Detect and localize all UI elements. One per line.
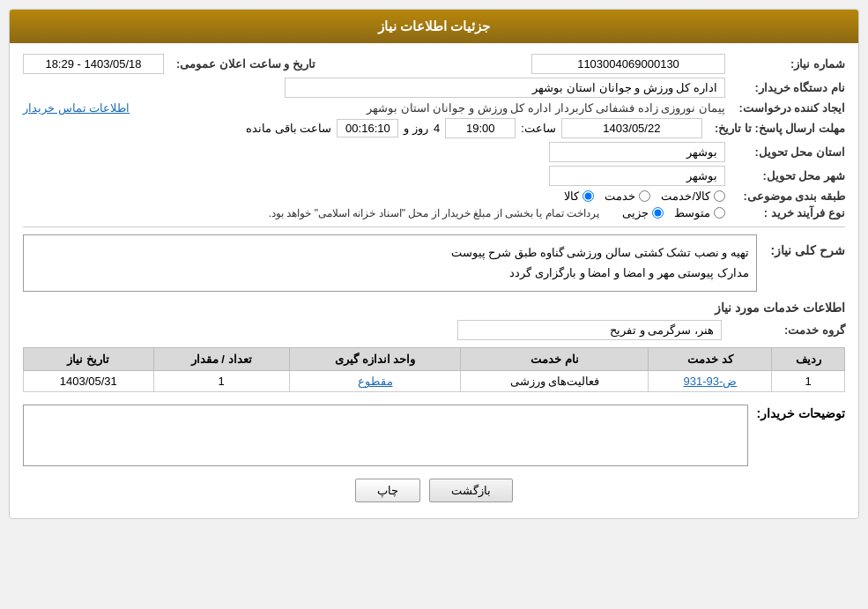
divider-1 xyxy=(23,227,845,227)
table-row: 1 ض-93-931 فعالیت‌های ورزشی مقطوع 1 1403… xyxy=(24,370,845,391)
purchase-option-medium: متوسط xyxy=(674,206,725,219)
col-row-num: ردیف xyxy=(772,347,845,370)
category-radio-goods-service[interactable] xyxy=(714,190,725,202)
purchase-radio-medium[interactable] xyxy=(714,207,725,219)
buyer-desc-box xyxy=(23,405,748,466)
remaining-time: 00:16:10 xyxy=(337,119,398,137)
cell-date: 1403/05/31 xyxy=(24,370,154,391)
buyer-org-label: نام دستگاه خریدار: xyxy=(731,81,845,94)
group-service-value: هنر، سرگرمی و تفریح xyxy=(457,320,722,340)
category-option-goods: کالا xyxy=(564,189,594,203)
cell-name: فعالیت‌های ورزشی xyxy=(461,370,649,391)
group-service-label: گروه خدمت: xyxy=(731,323,845,337)
city-row: شهر محل تحویل: بوشهر xyxy=(23,166,845,186)
contact-link[interactable]: اطلاعات تماس خریدار xyxy=(23,101,130,115)
print-button[interactable]: چاپ xyxy=(355,479,420,502)
deadline-date: 1403/05/22 xyxy=(561,118,702,138)
deadline-time: 19:00 xyxy=(445,118,516,138)
services-table-header-row: ردیف کد خدمت نام خدمت واحد اندازه گیری ت… xyxy=(24,347,845,370)
purchase-type-row: نوع فرآیند خرید : متوسط جزیی پرداخت تمام… xyxy=(23,206,845,219)
col-name: نام خدمت xyxy=(461,347,649,370)
purchase-type-radio-group: متوسط جزیی xyxy=(622,206,725,219)
category-label-service: خدمت xyxy=(605,189,635,203)
purchase-label-medium: متوسط xyxy=(674,206,710,219)
category-radio-service[interactable] xyxy=(639,190,650,202)
need-number-row: شماره نیاز: 1103004069000130 تاریخ و ساع… xyxy=(23,54,845,74)
cell-code[interactable]: ض-93-931 xyxy=(649,370,772,391)
announce-value: 1403/05/18 - 18:29 xyxy=(23,54,164,74)
purchase-label-small: جزیی xyxy=(622,206,649,219)
services-table-body: 1 ض-93-931 فعالیت‌های ورزشی مقطوع 1 1403… xyxy=(24,370,845,391)
buyer-org-value: اداره کل ورزش و جوانان استان بوشهر xyxy=(285,78,725,98)
back-button[interactable]: بازگشت xyxy=(429,479,513,502)
card-body: شماره نیاز: 1103004069000130 تاریخ و ساع… xyxy=(10,43,858,518)
purchase-option-small: جزیی xyxy=(622,206,664,219)
need-number-label: شماره نیاز: xyxy=(731,57,845,71)
services-section-title: اطلاعات خدمات مورد نیاز xyxy=(23,301,845,315)
category-radio-goods[interactable] xyxy=(582,190,594,202)
services-table-head: ردیف کد خدمت نام خدمت واحد اندازه گیری ت… xyxy=(24,347,845,370)
page-wrapper: جزئیات اطلاعات نیاز شماره نیاز: 11030040… xyxy=(0,0,868,609)
category-option-goods-service: کالا/خدمت xyxy=(661,189,725,203)
province-value: بوشهر xyxy=(549,142,725,162)
card-header: جزئیات اطلاعات نیاز xyxy=(10,10,858,43)
general-desc-text: تهیه و نصب تشک کشتی سالن ورزشی گناوه طبق… xyxy=(451,246,749,279)
cell-quantity: 1 xyxy=(153,370,289,391)
category-option-service: خدمت xyxy=(605,189,650,203)
category-row: طبقه بندی موضوعی: کالا/خدمت خدمت کالا xyxy=(23,189,845,203)
cell-row-num: 1 xyxy=(772,370,845,391)
main-card: جزئیات اطلاعات نیاز شماره نیاز: 11030040… xyxy=(9,9,859,519)
purchase-note: پرداخت تمام یا بخشی از مبلغ خریدار از مح… xyxy=(269,207,599,219)
category-label-goods: کالا xyxy=(564,189,579,203)
creator-label: ایجاد کننده درخواست: xyxy=(731,101,845,115)
col-quantity: تعداد / مقدار xyxy=(153,347,289,370)
category-label: طبقه بندی موضوعی: xyxy=(731,189,845,203)
category-radio-group: کالا/خدمت خدمت کالا xyxy=(564,189,725,203)
category-label-goods-service: کالا/خدمت xyxy=(661,189,710,203)
group-service-row: گروه خدمت: هنر، سرگرمی و تفریح xyxy=(23,320,845,340)
announce-label: تاریخ و ساعت اعلان عمومی: xyxy=(169,57,315,71)
buyer-desc-label: توضیحات خریدار: xyxy=(757,401,845,420)
col-unit: واحد اندازه گیری xyxy=(289,347,460,370)
buyer-org-row: نام دستگاه خریدار: اداره کل ورزش و جوانا… xyxy=(23,78,845,98)
city-value: بوشهر xyxy=(549,166,725,186)
purchase-radio-small[interactable] xyxy=(652,207,664,219)
page-title: جزئیات اطلاعات نیاز xyxy=(378,19,490,33)
cell-unit[interactable]: مقطوع xyxy=(289,370,460,391)
province-label: استان محل تحویل: xyxy=(731,145,845,159)
services-table: ردیف کد خدمت نام خدمت واحد اندازه گیری ت… xyxy=(23,347,845,392)
city-label: شهر محل تحویل: xyxy=(731,169,845,182)
remaining-label: ساعت باقی مانده xyxy=(246,122,331,135)
time-label: ساعت: xyxy=(521,122,556,135)
buyer-desc-row: توضیحات خریدار: xyxy=(23,401,845,466)
days-label: روز و xyxy=(404,122,428,135)
creator-value: پیمان نوروزی زاده فشفائی کاربردار اداره … xyxy=(367,101,725,115)
col-date: تاریخ نیاز xyxy=(24,347,154,370)
deadline-label: مهلت ارسال پاسخ: تا تاریخ: xyxy=(708,122,845,135)
general-desc-container: شرح کلی نیاز: تهیه و نصب تشک کشتی سالن و… xyxy=(23,234,845,292)
need-number-value: 1103004069000130 xyxy=(531,54,725,74)
purchase-type-label: نوع فرآیند خرید : xyxy=(731,206,845,219)
general-desc-value: تهیه و نصب تشک کشتی سالن ورزشی گناوه طبق… xyxy=(23,234,757,292)
province-row: استان محل تحویل: بوشهر xyxy=(23,142,845,162)
general-desc-label: شرح کلی نیاز: xyxy=(766,243,845,257)
days-value: 4 xyxy=(434,122,440,135)
deadline-row: مهلت ارسال پاسخ: تا تاریخ: 1403/05/22 سا… xyxy=(23,118,845,138)
buttons-row: بازگشت چاپ xyxy=(23,479,845,502)
creator-row: ایجاد کننده درخواست: پیمان نوروزی زاده ف… xyxy=(23,101,845,115)
col-code: کد خدمت xyxy=(649,347,772,370)
